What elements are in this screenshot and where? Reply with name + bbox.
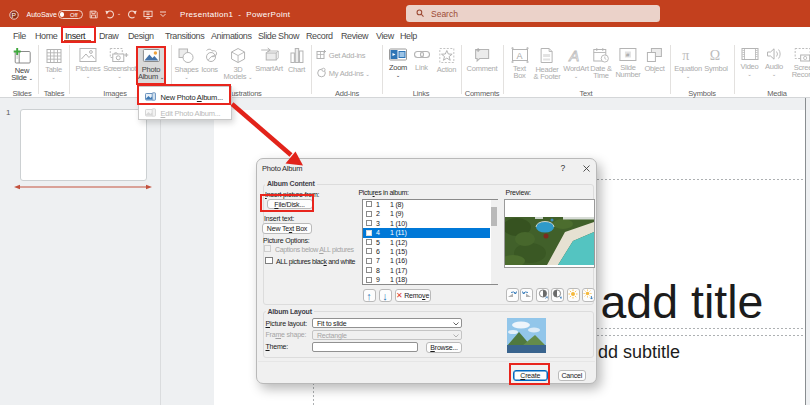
svg-text:Ω: Ω (710, 48, 720, 63)
svg-text:P: P (11, 11, 16, 18)
svg-text:π: π (682, 48, 689, 63)
svg-text:A: A (516, 51, 522, 61)
svg-text:A: A (568, 47, 579, 63)
